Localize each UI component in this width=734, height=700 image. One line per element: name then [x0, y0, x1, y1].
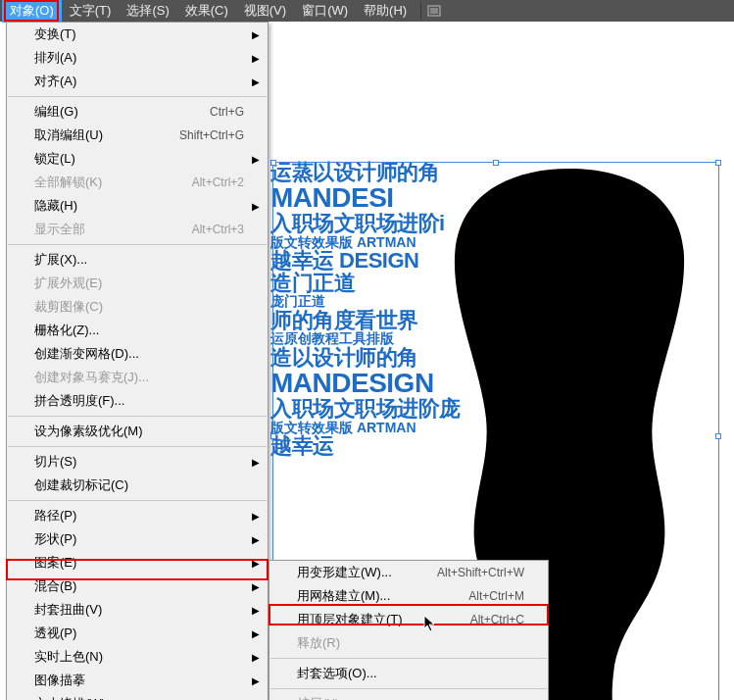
- submenu-item-label: 扩展(X): [297, 695, 339, 700]
- menu-item-label: 切片(S): [34, 453, 76, 471]
- menu-item[interactable]: 切片(S)▶: [7, 450, 268, 474]
- menu-item[interactable]: 创建裁切标记(C): [7, 474, 268, 497]
- menu-item-label: 编组(G): [34, 103, 78, 121]
- submenu-arrow-icon: ▶: [252, 511, 260, 522]
- menu-item[interactable]: 栅格化(Z)...: [7, 319, 268, 342]
- menu-object[interactable]: 对象(O): [2, 0, 62, 23]
- menu-item[interactable]: 形状(P)▶: [7, 527, 268, 551]
- menu-select[interactable]: 选择(S): [119, 0, 176, 23]
- object-menu: 变换(T)▶排列(A)▶对齐(A)▶编组(G)Ctrl+G取消编组(U)Shif…: [6, 22, 269, 700]
- menubar-separator: [420, 2, 421, 20]
- menu-item[interactable]: 创建渐变网格(D)...: [7, 342, 268, 366]
- menu-separator: [8, 446, 267, 447]
- menu-item-label: 封套扭曲(V): [34, 601, 102, 619]
- menubar: 对象(O) 文字(T) 选择(S) 效果(C) 视图(V) 窗口(W) 帮助(H…: [0, 0, 734, 22]
- menu-item[interactable]: 封套扭曲(V)▶: [7, 598, 268, 622]
- submenu-arrow-icon: ▶: [252, 53, 260, 64]
- submenu-item-label: 用变形建立(W)...: [297, 564, 392, 581]
- menu-item[interactable]: 取消编组(U)Shift+Ctrl+G: [7, 124, 268, 147]
- submenu-arrow-icon: ▶: [252, 76, 260, 87]
- submenu-arrow-icon: ▶: [252, 558, 260, 569]
- menu-item-label: 全部解锁(K): [34, 174, 102, 191]
- menu-item[interactable]: 对齐(A)▶: [7, 70, 268, 93]
- menu-item[interactable]: 设为像素级优化(M): [7, 420, 268, 443]
- submenu-item-shortcut: Alt+Ctrl+M: [468, 589, 524, 603]
- menu-item[interactable]: 实时上色(N)▶: [7, 645, 268, 669]
- menu-item-label: 栅格化(Z)...: [34, 322, 99, 339]
- menu-item-label: 透视(P): [34, 625, 76, 642]
- menu-item[interactable]: 变换(T)▶: [7, 23, 268, 46]
- menu-item[interactable]: 扩展(X)...: [7, 248, 268, 272]
- submenu-item-label: 用网格建立(M)...: [297, 587, 390, 605]
- submenu-arrow-icon: ▶: [252, 605, 260, 616]
- submenu-item-shortcut: Alt+Shift+Ctrl+W: [437, 566, 524, 579]
- submenu-item[interactable]: 用顶层对象建立(T)Alt+Ctrl+C: [269, 608, 548, 631]
- menu-type[interactable]: 文字(T): [62, 0, 120, 23]
- menu-item: 全部解锁(K)Alt+Ctrl+2: [7, 171, 268, 194]
- menu-item[interactable]: 编组(G)Ctrl+G: [7, 100, 268, 124]
- menu-view[interactable]: 视图(V): [236, 0, 294, 23]
- submenu-arrow-icon: ▶: [252, 457, 260, 468]
- menu-item[interactable]: 拼合透明度(F)...: [7, 389, 268, 413]
- menu-item[interactable]: 隐藏(H)▶: [7, 194, 268, 218]
- menu-item[interactable]: 透视(P)▶: [7, 622, 268, 645]
- menu-item: 显示全部Alt+Ctrl+3: [7, 218, 268, 241]
- submenu-arrow-icon: ▶: [252, 29, 260, 40]
- submenu-item: 扩展(X): [269, 692, 548, 700]
- submenu-item-label: 封套选项(O)...: [297, 665, 377, 682]
- submenu-item-label: 释放(R): [297, 634, 340, 652]
- submenu-item[interactable]: 用网格建立(M)...Alt+Ctrl+M: [269, 584, 548, 608]
- menu-separator: [270, 688, 547, 689]
- submenu-arrow-icon: ▶: [252, 201, 260, 212]
- menu-item-label: 实时上色(N): [34, 648, 103, 666]
- submenu-item[interactable]: 用变形建立(W)...Alt+Shift+Ctrl+W: [269, 561, 548, 584]
- menu-item-label: 设为像素级优化(M): [34, 423, 143, 440]
- menu-item[interactable]: 锁定(L)▶: [7, 147, 268, 171]
- submenu-arrow-icon: ▶: [252, 581, 260, 592]
- menu-item-label: 排列(A): [34, 49, 76, 67]
- menu-item-label: 图像描摹: [34, 672, 85, 689]
- menu-item: 创建对象马赛克(J)...: [7, 366, 268, 389]
- menu-item-shortcut: Ctrl+G: [210, 105, 244, 119]
- submenu-item: 释放(R): [269, 631, 548, 655]
- submenu-arrow-icon: ▶: [252, 628, 260, 639]
- menu-item[interactable]: 图像描摹▶: [7, 669, 268, 692]
- menu-item-label: 变换(T): [34, 25, 76, 43]
- menu-effect[interactable]: 效果(C): [177, 0, 236, 23]
- menu-separator: [8, 244, 267, 245]
- menu-item-label: 隐藏(H): [34, 197, 77, 215]
- menu-item-label: 显示全部: [34, 221, 85, 238]
- menu-window[interactable]: 窗口(W): [294, 0, 356, 23]
- submenu-item[interactable]: 封套选项(O)...: [269, 662, 548, 685]
- menu-item-label: 创建裁切标记(C): [34, 476, 128, 494]
- menu-item[interactable]: 文本绕排(W)▶: [7, 692, 268, 700]
- menu-item-label: 对齐(A): [34, 73, 76, 90]
- envelope-distort-submenu: 用变形建立(W)...Alt+Shift+Ctrl+W用网格建立(M)...Al…: [269, 560, 549, 700]
- menu-item-label: 锁定(L): [34, 150, 75, 168]
- menu-item[interactable]: 路径(P)▶: [7, 504, 268, 527]
- menu-item-shortcut: Alt+Ctrl+2: [192, 175, 244, 189]
- menu-item-label: 扩展外观(E): [34, 275, 102, 292]
- menu-item[interactable]: 排列(A)▶: [7, 46, 268, 70]
- submenu-item-shortcut: Alt+Ctrl+C: [470, 613, 524, 626]
- menu-separator: [270, 658, 547, 659]
- menu-item-label: 扩展(X)...: [34, 251, 87, 269]
- menu-item-shortcut: Alt+Ctrl+3: [192, 223, 244, 236]
- submenu-arrow-icon: ▶: [252, 675, 260, 686]
- menu-item-label: 图案(E): [34, 554, 76, 572]
- menu-item-label: 文本绕排(W): [34, 695, 106, 700]
- submenu-arrow-icon: ▶: [252, 534, 260, 545]
- menu-item-label: 路径(P): [34, 507, 76, 525]
- menu-item-label: 裁剪图像(C): [34, 298, 103, 316]
- menu-item-label: 形状(P): [34, 530, 76, 548]
- menu-item-label: 混合(B): [34, 577, 76, 595]
- menu-item[interactable]: 混合(B)▶: [7, 575, 268, 598]
- search-icon[interactable]: [427, 4, 445, 18]
- menu-separator: [8, 96, 267, 97]
- menu-item: 扩展外观(E): [7, 272, 268, 295]
- menu-help[interactable]: 帮助(H): [356, 0, 415, 23]
- menu-item-shortcut: Shift+Ctrl+G: [179, 128, 244, 142]
- submenu-arrow-icon: ▶: [252, 652, 260, 663]
- menu-item[interactable]: 图案(E)▶: [7, 551, 268, 575]
- menu-item-label: 创建渐变网格(D)...: [34, 345, 139, 363]
